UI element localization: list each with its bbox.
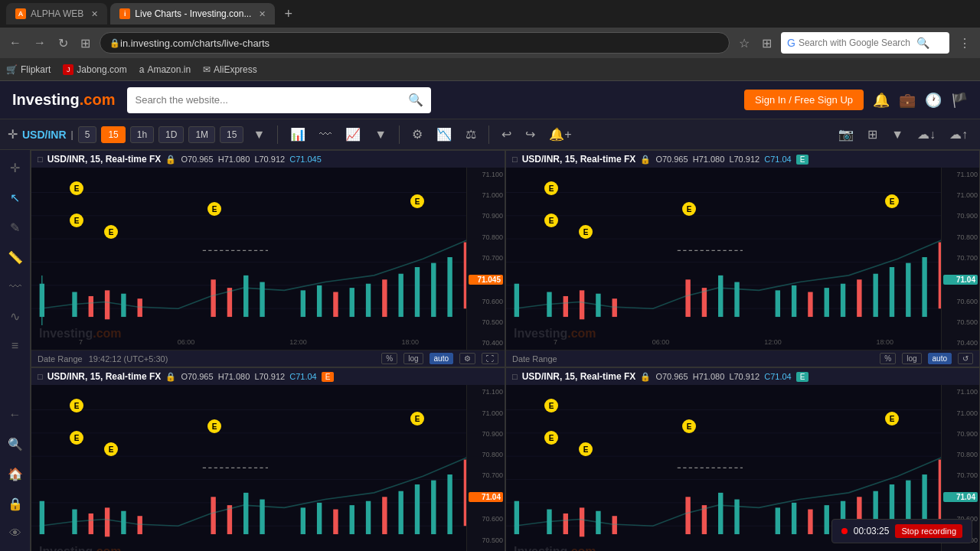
sidebar-pointer[interactable]: ↖ — [5, 186, 24, 210]
sidebar-draw[interactable]: ✎ — [5, 216, 24, 240]
sidebar-search[interactable]: 🔍 — [3, 432, 28, 456]
timeframe-dropdown[interactable]: ▼ — [248, 125, 270, 145]
timeframe-1m[interactable]: 1M — [188, 126, 215, 143]
chart-lock-1[interactable]: 🔒 — [165, 155, 176, 165]
logo-suffix: .com — [80, 91, 116, 109]
clock-icon[interactable]: 🕐 — [925, 92, 942, 109]
footer-settings-1[interactable]: ⚙ — [459, 353, 475, 364]
chart-ohlc-4: O70.965 H71.080 L70.912 C71.04 — [655, 372, 791, 381]
footer-auto-2[interactable]: auto — [928, 353, 952, 364]
sidebar-fib[interactable]: ∿ — [5, 305, 24, 328]
jabong-icon: J — [63, 64, 74, 75]
svg-rect-84 — [382, 497, 387, 535]
layout-button[interactable]: ⊞ — [863, 124, 882, 145]
forward-button[interactable]: → — [31, 33, 49, 53]
google-search-bar[interactable]: G 🔍 — [781, 32, 949, 54]
undo-button[interactable]: ↩ — [497, 124, 516, 145]
separator-1 — [277, 126, 278, 144]
publish-button[interactable]: ☁↑ — [945, 124, 972, 145]
indicators-button[interactable]: 📉 — [432, 124, 456, 145]
search-submit-icon[interactable]: 🔍 — [916, 37, 929, 49]
tab-alpha-web[interactable]: A ALPHA WEB ✕ — [6, 3, 107, 24]
alert-button[interactable]: 🔔+ — [544, 124, 576, 145]
site-search-input[interactable] — [135, 94, 403, 106]
svg-rect-98 — [514, 501, 519, 534]
chart-minimize-3[interactable]: □ — [38, 372, 43, 381]
svg-rect-21 — [333, 292, 338, 318]
site-logo[interactable]: Investing .com — [12, 91, 115, 109]
site-search-bar[interactable]: 🔍 — [127, 87, 431, 113]
chart-lock-3[interactable]: 🔒 — [165, 372, 176, 382]
sidebar-measure[interactable]: 📏 — [3, 246, 28, 269]
timeframe-15[interactable]: 15 — [101, 126, 125, 143]
chart-dropdown[interactable]: ▼ — [370, 125, 391, 145]
chart-lock-2[interactable]: 🔒 — [640, 155, 651, 165]
flag-icon[interactable]: 🏴 — [951, 92, 968, 109]
bookmark-button[interactable]: ☆ — [736, 33, 753, 54]
settings-button[interactable]: ⚙ — [407, 124, 427, 145]
sidebar-house[interactable]: 🏠 — [3, 462, 28, 486]
price-4-5: 70.700 — [943, 471, 978, 479]
redo-button[interactable]: ↪ — [521, 124, 540, 145]
chart-body-2[interactable]: 71.100 71.000 70.900 70.800 70.700 71.04… — [506, 168, 979, 350]
svg-rect-88 — [447, 474, 452, 534]
current-price-1: 71.045 — [469, 275, 503, 285]
chart-minimize-2[interactable]: □ — [512, 155, 518, 164]
chart-type-line[interactable]: 〰 — [315, 125, 336, 145]
timeframe-1d[interactable]: 1D — [158, 126, 184, 143]
sidebar-lock[interactable]: 🔒 — [3, 492, 28, 516]
layout-dropdown[interactable]: ▼ — [887, 125, 908, 145]
menu-button[interactable]: ⋮ — [956, 33, 974, 54]
stop-recording-button[interactable]: Stop recording — [895, 524, 962, 538]
sidebar-crosshair[interactable]: ✛ — [5, 156, 24, 180]
timeframe-15b[interactable]: 15 — [220, 126, 243, 143]
footer-log-2[interactable]: log — [902, 353, 921, 364]
sidebar-wave[interactable]: 〰 — [5, 276, 26, 298]
bookmark-jabong[interactable]: J Jabong.com — [63, 64, 126, 75]
sidebar-eye[interactable]: 👁 — [5, 522, 26, 545]
google-search-input[interactable] — [799, 37, 913, 48]
footer-refresh-2[interactable]: ↺ — [958, 353, 973, 364]
back-button[interactable]: ← — [6, 33, 24, 53]
bookmark-amazon[interactable]: a Amazon.in — [139, 64, 191, 75]
url-bar[interactable]: 🔒 in.investing.com/charts/live-charts — [100, 32, 730, 54]
footer-percent-2[interactable]: % — [880, 353, 896, 364]
chart-type-hlc[interactable]: 📈 — [341, 124, 365, 145]
tab-close-1[interactable]: ✕ — [91, 9, 98, 19]
chart-type-bar[interactable]: 📊 — [286, 124, 310, 145]
timeframe-5[interactable]: 5 — [78, 126, 97, 143]
svg-rect-69 — [40, 501, 44, 534]
chart-body-3[interactable]: 71.100 71.000 70.900 70.800 70.700 71.04… — [31, 385, 505, 551]
main-layout: ✛ ↖ ✎ 📏 〰 ∿ ≡ ← 🔍 🏠 🔒 👁 □ USD/INR, 15, R… — [0, 150, 980, 551]
pair-selector[interactable]: USD/INR — [22, 129, 67, 141]
footer-percent-1[interactable]: % — [381, 353, 397, 364]
briefcase-icon[interactable]: 💼 — [899, 92, 916, 109]
signin-button[interactable]: Sign In / Free Sign Up — [744, 90, 864, 110]
compare-button[interactable]: ⚖ — [461, 124, 481, 145]
screenshot-button[interactable]: 📷 — [834, 124, 858, 145]
tab-close-2[interactable]: ✕ — [259, 9, 266, 19]
bookmark-flipkart[interactable]: 🛒 Flipkart — [6, 64, 51, 75]
sidebar-pattern[interactable]: ≡ — [7, 334, 23, 357]
chart-minimize-1[interactable]: □ — [38, 155, 43, 164]
save-button[interactable]: ☁↓ — [913, 124, 940, 145]
new-tab-button[interactable]: + — [278, 6, 299, 22]
chart-badge-4: E — [796, 372, 809, 382]
tab-investing[interactable]: i Live Charts - Investing.con... ✕ — [110, 3, 275, 24]
chart-lock-4[interactable]: 🔒 — [640, 372, 651, 382]
chart-ohlc-3: O70.965 H71.080 L70.912 C71.04 — [181, 372, 316, 381]
timeframe-1h[interactable]: 1h — [130, 126, 154, 143]
footer-auto-1[interactable]: auto — [430, 353, 453, 364]
footer-log-1[interactable]: log — [403, 353, 423, 364]
crosshair-icon[interactable]: ✛ — [8, 127, 18, 142]
footer-fullscreen-1[interactable]: ⛶ — [482, 353, 498, 364]
refresh-button[interactable]: ↻ — [55, 33, 71, 54]
bookmark-aliexpress[interactable]: ✉ AliExpress — [203, 64, 257, 75]
sidebar-back-arrow[interactable]: ← — [5, 403, 26, 426]
chart-minimize-4[interactable]: □ — [512, 372, 518, 381]
home-button[interactable]: ⊞ — [77, 33, 93, 54]
extensions-button[interactable]: ⊞ — [759, 33, 775, 54]
svg-rect-26 — [415, 267, 420, 317]
notifications-icon[interactable]: 🔔 — [873, 92, 890, 109]
chart-body-1[interactable]: 71.100 71.000 70.900 70.800 70.700 71.04… — [31, 168, 505, 350]
